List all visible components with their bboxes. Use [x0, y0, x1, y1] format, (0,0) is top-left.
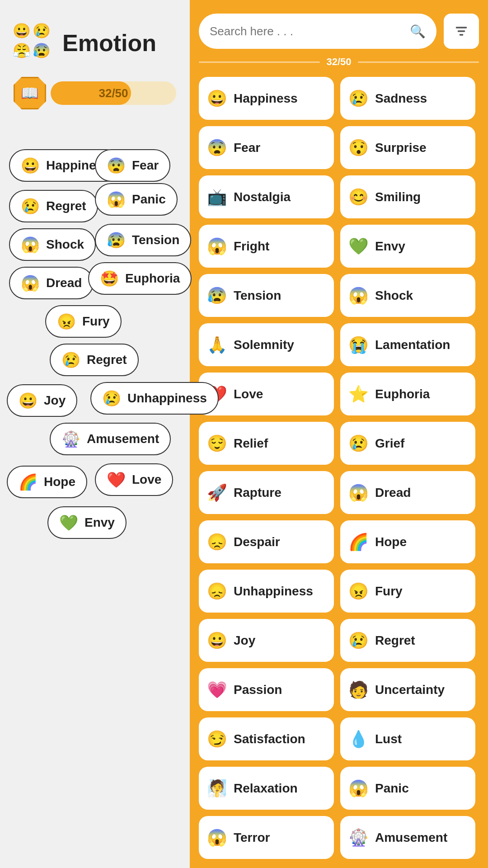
progress-bar-wrap: 32/50	[51, 81, 176, 105]
emotion-label-euphoria: Euphoria	[375, 387, 430, 401]
chip-emoji-love: ❤️	[107, 471, 126, 489]
emotion-emoji-panic: 😱	[348, 779, 369, 798]
chip-label-regret: Regret	[46, 199, 86, 213]
emotion-card-panic[interactable]: 😱Panic	[340, 767, 475, 810]
emotion-label-despair: Despair	[234, 535, 280, 549]
emotion-emoji-fury: 😠	[348, 582, 369, 601]
emotion-label-lamentation: Lamentation	[375, 338, 450, 352]
emotion-card-hope[interactable]: 🌈Hope	[340, 520, 475, 563]
emotion-emoji-dread: 😱	[348, 483, 369, 502]
emotion-label-shock: Shock	[375, 288, 413, 303]
emotion-card-nostalgia[interactable]: 📺Nostalgia	[199, 175, 334, 218]
emotion-card-satisfaction[interactable]: 😏Satisfaction	[199, 717, 334, 760]
emotion-emoji-rapture: 🚀	[207, 483, 227, 502]
search-bar-row: 🔍	[199, 14, 479, 49]
chip-envy[interactable]: 💚Envy	[47, 506, 127, 539]
chip-joy[interactable]: 😀Joy	[7, 384, 77, 417]
emotion-card-euphoria[interactable]: ⭐Euphoria	[340, 373, 475, 415]
emotion-card-regret[interactable]: 😢Regret	[340, 619, 475, 662]
emotion-emoji-regret: 😢	[348, 631, 369, 650]
emotion-emoji-unhappiness: 😞	[207, 582, 227, 601]
emotion-card-fear[interactable]: 😨Fear	[199, 126, 334, 169]
emotion-card-rapture[interactable]: 🚀Rapture	[199, 471, 334, 514]
chip-hope[interactable]: 🌈Hope	[7, 466, 87, 498]
emotion-card-surprise[interactable]: 😯Surprise	[340, 126, 475, 169]
emotion-emoji-lust: 💧	[348, 730, 369, 749]
chip-label-fear: Fear	[132, 158, 159, 173]
chip-unhappiness[interactable]: 😢Unhappiness	[90, 382, 219, 415]
logo-emoji-1: 😀	[14, 23, 30, 39]
emotion-card-relief[interactable]: 😌Relief	[199, 422, 334, 465]
chip-shock[interactable]: 😱Shock	[9, 228, 96, 261]
chip-label-dread: Dread	[46, 276, 82, 290]
chip-label-euphoria: Euphoria	[125, 271, 180, 286]
emotion-card-lust[interactable]: 💧Lust	[340, 717, 475, 760]
emotion-card-dread[interactable]: 😱Dread	[340, 471, 475, 514]
chip-regret2[interactable]: 😢Regret	[50, 344, 139, 376]
chip-label-panic: Panic	[132, 192, 166, 207]
emotion-card-uncertainty[interactable]: 🧑Uncertainty	[340, 668, 475, 711]
emotion-emoji-satisfaction: 😏	[207, 730, 227, 749]
right-panel: 🔍 32/50 😀Happiness😢Sadness😨Fear😯Surprise…	[190, 0, 488, 868]
emotion-card-solemnity[interactable]: 🙏Solemnity	[199, 323, 334, 366]
emotion-card-unhappiness[interactable]: 😞Unhappiness	[199, 570, 334, 613]
emotion-emoji-happiness: 😀	[207, 89, 227, 108]
chip-emoji-shock: 😱	[21, 236, 40, 254]
chip-emoji-happiness: 😀	[21, 156, 40, 175]
filter-button[interactable]	[444, 14, 479, 49]
emotion-label-envy: Envy	[375, 239, 405, 254]
emotion-emoji-surprise: 😯	[348, 138, 369, 157]
emotion-card-lamentation[interactable]: 😭Lamentation	[340, 323, 475, 366]
emotion-emoji-hope: 🌈	[348, 533, 369, 552]
emotion-card-joy[interactable]: 😀Joy	[199, 619, 334, 662]
logo-emoji-2: 😢	[33, 23, 50, 39]
emotion-card-despair[interactable]: 😞Despair	[199, 520, 334, 563]
emotion-card-envy[interactable]: 💚Envy	[340, 225, 475, 268]
emotion-label-sadness: Sadness	[375, 91, 427, 106]
emotion-label-unhappiness: Unhappiness	[234, 584, 313, 599]
chip-emoji-regret2: 😢	[61, 351, 80, 369]
emotion-card-tension[interactable]: 😰Tension	[199, 274, 334, 317]
prog-line-left	[199, 61, 320, 63]
emotion-card-smiling[interactable]: 😊Smiling	[340, 175, 475, 218]
chip-fear[interactable]: 😨Fear	[95, 149, 170, 182]
emotion-card-shock[interactable]: 😱Shock	[340, 274, 475, 317]
chip-euphoria[interactable]: 🤩Euphoria	[88, 262, 192, 295]
app-title: Emotion	[62, 29, 156, 57]
chip-love[interactable]: ❤️Love	[95, 463, 173, 496]
emotion-card-terror[interactable]: 😱Terror	[199, 816, 334, 859]
chip-dread[interactable]: 😱Dread	[9, 267, 94, 299]
chip-label-fury: Fury	[82, 314, 110, 329]
emotion-emoji-amusement: 🎡	[348, 828, 369, 847]
chip-fury[interactable]: 😠Fury	[45, 305, 122, 338]
emotion-card-amusement[interactable]: 🎡Amusement	[340, 816, 475, 859]
chip-regret[interactable]: 😢Regret	[9, 190, 98, 222]
emotion-card-passion[interactable]: 💗Passion	[199, 668, 334, 711]
emotion-card-sadness[interactable]: 😢Sadness	[340, 77, 475, 120]
chip-label-shock: Shock	[46, 237, 84, 252]
emotion-label-panic: Panic	[375, 781, 409, 796]
search-input[interactable]	[210, 24, 404, 38]
emotion-card-happiness[interactable]: 😀Happiness	[199, 77, 334, 120]
emotion-emoji-fright: 😱	[207, 237, 227, 256]
emotions-grid: 😀Happiness😢Sadness😨Fear😯Surprise📺Nostalg…	[199, 77, 479, 859]
chip-amusement[interactable]: 🎡Amusement	[50, 423, 171, 455]
emotion-card-grief[interactable]: 😢Grief	[340, 422, 475, 465]
chip-tension[interactable]: 😰Tension	[95, 224, 191, 256]
search-input-wrap[interactable]: 🔍	[199, 14, 436, 49]
emotion-label-love: Love	[234, 387, 263, 401]
emotion-label-passion: Passion	[234, 683, 282, 697]
emotion-card-fright[interactable]: 😱Fright	[199, 225, 334, 268]
emotion-label-nostalgia: Nostalgia	[234, 190, 291, 204]
chip-panic[interactable]: 😱Panic	[95, 183, 178, 216]
emotion-emoji-shock: 😱	[348, 286, 369, 305]
logo-emoji-3: 😤	[14, 42, 30, 59]
emotion-emoji-euphoria: ⭐	[348, 385, 369, 404]
emotion-card-love[interactable]: ❤️Love	[199, 373, 334, 415]
emotion-label-dread: Dread	[375, 486, 411, 500]
search-icon[interactable]: 🔍	[410, 24, 426, 39]
emotion-card-fury[interactable]: 😠Fury	[340, 570, 475, 613]
emotion-label-smiling: Smiling	[375, 190, 421, 204]
emotion-emoji-smiling: 😊	[348, 188, 369, 207]
emotion-card-relaxation[interactable]: 🧖Relaxation	[199, 767, 334, 810]
